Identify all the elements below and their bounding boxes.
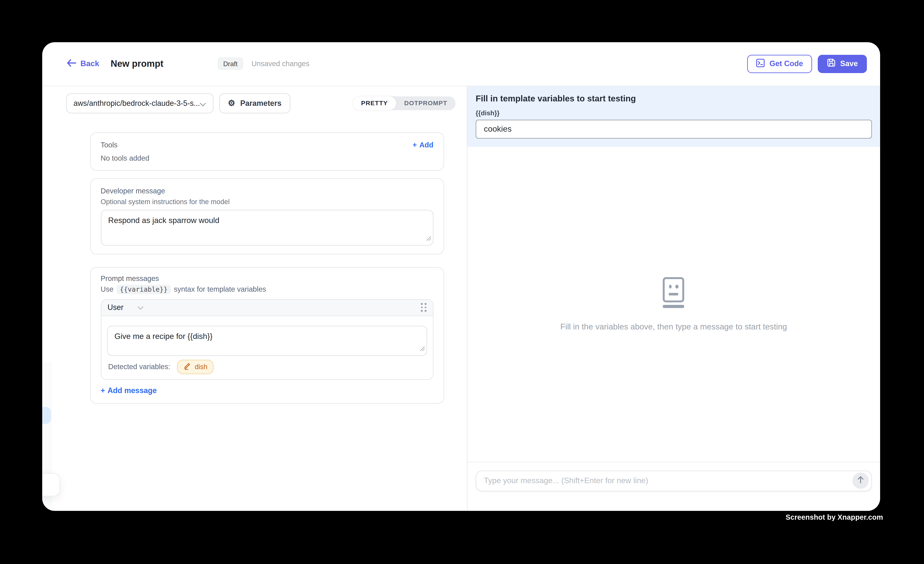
user-message-field: Give me a recipe for {{dish}}	[107, 326, 427, 356]
developer-message-subtitle: Optional system instructions for the mod…	[100, 198, 434, 205]
detected-variables-label: Detected variables:	[108, 363, 170, 370]
view-toggle: PRETTY DOTPROMPT	[353, 96, 456, 110]
hint-prefix: Use	[100, 286, 113, 293]
dish-variable-label: {{dish}}	[476, 109, 872, 116]
developer-message-card: Developer message Optional system instru…	[90, 178, 444, 254]
back-link[interactable]: Back	[67, 59, 99, 69]
chevron-down-icon	[137, 303, 144, 312]
prompt-messages-title: Prompt messages	[100, 274, 434, 282]
gear-icon: ⚙	[228, 99, 235, 107]
save-label: Save	[840, 59, 858, 68]
role-label: User	[108, 303, 123, 312]
user-message-textarea[interactable]: Give me a recipe for {{dish}}	[107, 326, 427, 356]
header-actions: Get Code Save	[747, 55, 867, 73]
add-message-button[interactable]: + Add message	[100, 386, 157, 395]
chevron-down-icon	[200, 98, 206, 109]
resize-grip-icon[interactable]	[426, 232, 432, 244]
back-label: Back	[80, 59, 99, 68]
developer-message-field: Respond as jack sparrow would	[100, 210, 434, 246]
prompt-tester-pane: Fill in template variables to start test…	[467, 86, 880, 511]
send-button[interactable]	[852, 472, 868, 489]
header: Back New prompt Draft Unsaved changes Ge…	[42, 42, 880, 86]
plus-icon: +	[412, 141, 417, 148]
message-block-body: Give me a recipe for {{dish}} Detected v…	[101, 316, 433, 379]
developer-message-title: Developer message	[100, 187, 434, 195]
message-input[interactable]	[476, 471, 871, 490]
resize-grip-icon[interactable]	[420, 342, 425, 354]
model-row: aws/anthropic/bedrock-claude-3-5-s... ⚙ …	[66, 93, 456, 113]
role-selector[interactable]: User	[108, 303, 144, 312]
unsaved-changes-note: Unsaved changes	[251, 60, 309, 68]
tools-empty-text: No tools added	[100, 154, 434, 162]
model-selector[interactable]: aws/anthropic/bedrock-claude-3-5-s...	[66, 93, 213, 113]
parameters-button[interactable]: ⚙ Parameters	[219, 93, 290, 113]
get-code-label: Get Code	[770, 59, 803, 68]
message-block: User Give me a recipe for {{dish}}	[100, 299, 434, 380]
variable-syntax-chip: {{variable}}	[117, 285, 171, 294]
toggle-pretty[interactable]: PRETTY	[353, 96, 396, 110]
back-arrow-icon	[67, 59, 76, 69]
variable-badge-dish[interactable]: dish	[177, 360, 214, 374]
get-code-button[interactable]: Get Code	[747, 55, 812, 73]
add-message-label: Add message	[108, 386, 157, 395]
edit-pencil-icon	[183, 362, 191, 371]
dish-variable-input[interactable]	[476, 120, 872, 138]
draft-status-badge: Draft	[218, 57, 243, 70]
template-variables-hint: Use {{variable}} syntax for template var…	[100, 285, 434, 294]
plus-icon: +	[100, 386, 105, 395]
developer-message-textarea[interactable]: Respond as jack sparrow would	[100, 210, 434, 246]
empty-state-text: Fill in the variables above, then type a…	[560, 322, 787, 332]
tools-card: Tools + Add No tools added	[90, 132, 444, 171]
parameters-label: Parameters	[240, 99, 281, 108]
message-composer	[468, 462, 880, 511]
tools-title: Tools	[100, 141, 118, 148]
detected-variables-row: Detected variables: dish	[107, 360, 427, 374]
terminal-icon	[756, 58, 765, 69]
watermark-text: Screenshot by Xnapper.com	[786, 513, 883, 521]
save-icon	[826, 58, 836, 69]
template-variables-panel: Fill in template variables to start test…	[468, 86, 880, 147]
save-button[interactable]: Save	[818, 55, 867, 73]
add-tool-button[interactable]: + Add	[412, 141, 434, 148]
prompt-editor-pane: aws/anthropic/bedrock-claude-3-5-s... ⚙ …	[42, 86, 467, 511]
app-window: Back New prompt Draft Unsaved changes Ge…	[42, 42, 880, 511]
add-tool-label: Add	[419, 141, 434, 148]
toggle-dotprompt[interactable]: DOTPROMPT	[396, 96, 456, 110]
model-selector-value: aws/anthropic/bedrock-claude-3-5-s...	[74, 99, 200, 108]
hint-suffix: syntax for template variables	[174, 286, 266, 293]
sidebar-popover-card	[42, 473, 60, 496]
variables-panel-title: Fill in template variables to start test…	[476, 94, 872, 103]
prompt-messages-card: Prompt messages Use {{variable}} syntax …	[90, 267, 444, 404]
screenshot-stage: Back New prompt Draft Unsaved changes Ge…	[0, 0, 924, 564]
variable-badge-label: dish	[195, 363, 207, 370]
composer-box	[476, 470, 872, 491]
sidebar-active-item[interactable]	[42, 407, 51, 424]
robot-icon	[663, 277, 684, 308]
message-block-header: User	[101, 300, 433, 316]
editor-content: aws/anthropic/bedrock-claude-3-5-s... ⚙ …	[42, 86, 467, 404]
chat-empty-state: Fill in the variables above, then type a…	[468, 147, 880, 462]
drag-handle[interactable]	[421, 303, 426, 312]
main-split: aws/anthropic/bedrock-claude-3-5-s... ⚙ …	[42, 86, 880, 511]
tools-card-header: Tools + Add	[100, 141, 434, 148]
up-arrow-icon	[856, 476, 864, 486]
page-title: New prompt	[111, 59, 164, 69]
